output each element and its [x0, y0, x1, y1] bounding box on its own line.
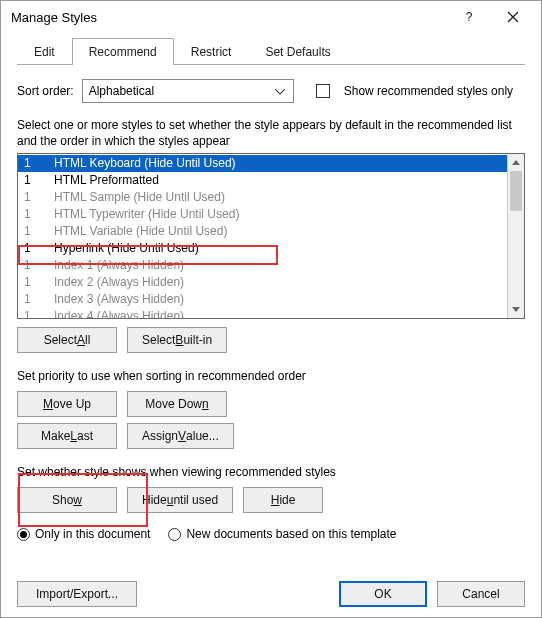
select-all-button[interactable]: Select All: [17, 327, 117, 353]
scroll-up-icon[interactable]: [508, 154, 524, 171]
style-list-item[interactable]: 1HTML Preformatted: [18, 172, 507, 189]
style-name: HTML Preformatted: [54, 172, 507, 189]
help-button[interactable]: ?: [447, 3, 491, 31]
scroll-track[interactable]: [508, 171, 524, 301]
style-priority-number: 1: [18, 189, 54, 206]
help-icon: ?: [466, 10, 473, 24]
chevron-down-icon: [271, 84, 289, 98]
ok-button[interactable]: OK: [339, 581, 427, 607]
styles-list-inner: 1HTML Keyboard (Hide Until Used)1HTML Pr…: [18, 154, 507, 318]
style-priority-number: 1: [18, 206, 54, 223]
show-recommended-only-checkbox[interactable]: [316, 84, 330, 98]
style-list-item[interactable]: 1Index 2 (Always Hidden): [18, 274, 507, 291]
import-export-button[interactable]: Import/Export...: [17, 581, 137, 607]
scroll-thumb[interactable]: [510, 171, 522, 211]
select-builtin-button[interactable]: Select Built-in: [127, 327, 227, 353]
tab-set-defaults[interactable]: Set Defaults: [248, 38, 347, 65]
style-name: HTML Sample (Hide Until Used): [54, 189, 507, 206]
tab-restrict[interactable]: Restrict: [174, 38, 249, 65]
style-name: Index 1 (Always Hidden): [54, 257, 507, 274]
assign-value-button[interactable]: Assign Value...: [127, 423, 234, 449]
visibility-section-label: Set whether style shows when viewing rec…: [17, 465, 525, 479]
manage-styles-dialog: Manage Styles ? Edit Recommend Restrict …: [0, 0, 542, 618]
style-priority-number: 1: [18, 172, 54, 189]
priority-section-label: Set priority to use when sorting in reco…: [17, 369, 525, 383]
cancel-button[interactable]: Cancel: [437, 581, 525, 607]
style-name: Index 4 (Always Hidden): [54, 308, 507, 318]
scrollbar[interactable]: [507, 154, 524, 318]
style-priority-number: 1: [18, 291, 54, 308]
style-list-item[interactable]: 1Index 1 (Always Hidden): [18, 257, 507, 274]
close-icon: [507, 11, 519, 23]
style-name: Hyperlink (Hide Until Used): [54, 240, 507, 257]
style-name: HTML Variable (Hide Until Used): [54, 223, 507, 240]
style-priority-number: 1: [18, 155, 54, 172]
radio-icon: [168, 528, 181, 541]
tab-recommend[interactable]: Recommend: [72, 38, 174, 65]
make-last-button[interactable]: Make Last: [17, 423, 117, 449]
dialog-footer: Import/Export... OK Cancel: [1, 573, 541, 617]
style-name: Index 3 (Always Hidden): [54, 291, 507, 308]
radio-icon: [17, 528, 30, 541]
tab-bar: Edit Recommend Restrict Set Defaults: [17, 37, 525, 65]
sort-order-value: Alphabetical: [89, 84, 154, 98]
show-recommended-only-label: Show recommended styles only: [344, 84, 513, 98]
titlebar: Manage Styles ?: [1, 1, 541, 33]
sort-order-select[interactable]: Alphabetical: [82, 79, 294, 103]
style-priority-number: 1: [18, 308, 54, 318]
styles-listbox[interactable]: 1HTML Keyboard (Hide Until Used)1HTML Pr…: [17, 153, 525, 319]
style-name: HTML Typewriter (Hide Until Used): [54, 206, 507, 223]
show-button[interactable]: Show: [17, 487, 117, 513]
style-list-item[interactable]: 1Index 3 (Always Hidden): [18, 291, 507, 308]
dialog-title: Manage Styles: [11, 10, 447, 25]
sort-order-label: Sort order:: [17, 84, 74, 98]
close-button[interactable]: [491, 3, 535, 31]
list-instructions: Select one or more styles to set whether…: [17, 117, 525, 149]
move-down-button[interactable]: Move Down: [127, 391, 227, 417]
style-priority-number: 1: [18, 240, 54, 257]
scroll-down-icon[interactable]: [508, 301, 524, 318]
only-this-document-radio[interactable]: Only in this document: [17, 527, 150, 541]
style-name: Index 2 (Always Hidden): [54, 274, 507, 291]
hide-until-used-button[interactable]: Hide until used: [127, 487, 233, 513]
style-priority-number: 1: [18, 257, 54, 274]
style-priority-number: 1: [18, 274, 54, 291]
hide-button[interactable]: Hide: [243, 487, 323, 513]
style-list-item[interactable]: 1HTML Variable (Hide Until Used): [18, 223, 507, 240]
style-list-item[interactable]: 1Index 4 (Always Hidden): [18, 308, 507, 318]
style-list-item[interactable]: 1HTML Typewriter (Hide Until Used): [18, 206, 507, 223]
style-list-item[interactable]: 1Hyperlink (Hide Until Used): [18, 240, 507, 257]
new-documents-radio[interactable]: New documents based on this template: [168, 527, 396, 541]
style-name: HTML Keyboard (Hide Until Used): [54, 155, 507, 172]
tab-edit[interactable]: Edit: [17, 38, 72, 65]
move-up-button[interactable]: Move Up: [17, 391, 117, 417]
style-list-item[interactable]: 1HTML Keyboard (Hide Until Used): [18, 155, 507, 172]
style-priority-number: 1: [18, 223, 54, 240]
style-list-item[interactable]: 1HTML Sample (Hide Until Used): [18, 189, 507, 206]
